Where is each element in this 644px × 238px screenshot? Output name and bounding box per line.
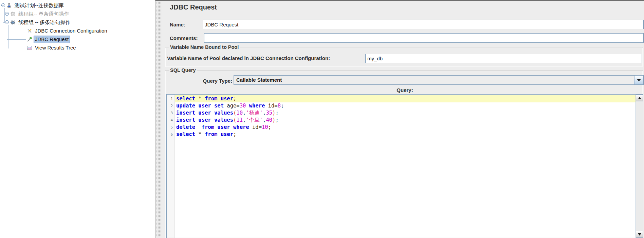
name-input[interactable]: [203, 20, 644, 29]
tree-item-label: 线程组 -- 多条语句操作: [17, 19, 72, 26]
pool-group-title: Variable Name Bound to Pool: [169, 44, 240, 50]
dropper-icon: [26, 36, 32, 42]
tree-item-view-results-tree[interactable]: View Results Tree: [0, 43, 155, 52]
sql-code-area[interactable]: select * from user;update user set age=3…: [175, 95, 636, 238]
line-number: 2: [167, 102, 174, 110]
query-type-select[interactable]: Callable Statement: [234, 75, 644, 85]
tree-expanded-toggle-icon[interactable]: [1, 3, 5, 7]
tree-item-test-plan[interactable]: 测试计划--连接数据库: [0, 1, 155, 9]
query-type-value: Callable Statement: [234, 76, 634, 84]
sql-line-2: update user set age=30 where id=8;: [175, 102, 636, 110]
scroll-up-icon[interactable]: [636, 95, 643, 101]
chevron-down-icon[interactable]: [634, 76, 643, 84]
editor-scrollbar[interactable]: [636, 95, 643, 238]
name-label: Name:: [170, 22, 185, 27]
pool-variable-input[interactable]: [365, 54, 642, 63]
page-title: JDBC Request: [170, 3, 217, 11]
tree-item-jdbc-connection-configuration[interactable]: JDBC Connection Configuration: [0, 26, 155, 35]
jdbc-request-panel: JDBC Request Name: Comments: Variable Na…: [162, 0, 644, 238]
scroll-down-icon[interactable]: [636, 231, 643, 238]
sql-editor[interactable]: 123456 select * from user;update user se…: [166, 94, 643, 238]
line-number: 4: [167, 117, 174, 124]
tree-item-label: 测试计划--连接数据库: [13, 2, 65, 9]
sql-line-4: insert user values(11,'李旦',40);: [175, 117, 636, 124]
tree-item-label: View Results Tree: [34, 44, 77, 52]
line-number: 5: [167, 124, 174, 131]
line-number-gutter: 123456: [167, 95, 174, 238]
split-pane-divider[interactable]: [156, 0, 162, 238]
line-number: 1: [167, 95, 174, 102]
flask-icon: [6, 2, 12, 8]
jmeter-window: 测试计划--连接数据库线程组-- 单条语句操作线程组 -- 多条语句操作JDBC…: [0, 0, 644, 238]
tree-collapsed-toggle-icon[interactable]: [5, 12, 9, 16]
query-type-label: Query Type:: [185, 78, 232, 84]
results-chart-icon: [26, 45, 32, 51]
sql-line-6: select * from user;: [175, 131, 636, 138]
sql-line-1: select * from user;: [175, 95, 636, 102]
toolbar-bottom-border: [155, 0, 644, 1]
comments-label: Comments:: [170, 35, 198, 41]
sql-line-3: insert user values(10,'杨迪',35);: [175, 110, 636, 117]
tree-item-thread-group-multi[interactable]: 线程组 -- 多条语句操作: [0, 18, 155, 26]
tree-item-label: 线程组-- 单条语句操作: [17, 10, 70, 18]
sql-line-5: delete from user where id=10;: [175, 124, 636, 131]
tree-item-label: JDBC Connection Configuration: [34, 27, 109, 35]
query-label: Query:: [397, 87, 413, 93]
tree-expanded-toggle-icon[interactable]: [5, 20, 9, 24]
test-plan-tree: 测试计划--连接数据库线程组-- 单条语句操作线程组 -- 多条语句操作JDBC…: [0, 0, 155, 238]
sql-query-group-title: SQL Query: [169, 67, 197, 73]
gear-active-icon: [10, 19, 16, 25]
comments-input[interactable]: [204, 33, 644, 43]
pool-variable-label: Variable Name of Pool declared in JDBC C…: [167, 55, 330, 61]
line-number: 3: [167, 110, 174, 117]
tree-item-thread-group-single[interactable]: 线程组-- 单条语句操作: [0, 9, 155, 18]
gear-icon: [10, 11, 16, 17]
tree-item-label: JDBC Request: [34, 36, 70, 43]
tools-icon: [26, 28, 32, 34]
line-number: 6: [167, 131, 174, 138]
tree-item-jdbc-request[interactable]: JDBC Request: [0, 35, 155, 43]
